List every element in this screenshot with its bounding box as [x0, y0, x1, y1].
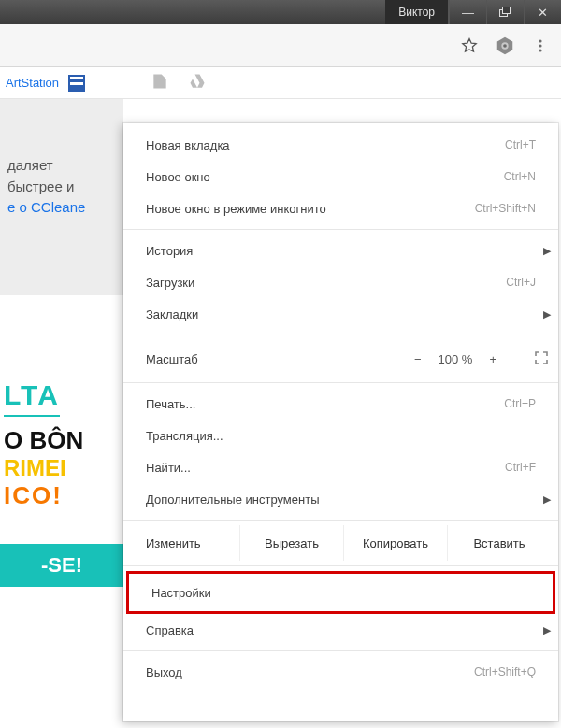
menu-more-tools[interactable]: Дополнительные инструменты ▶ — [123, 483, 558, 515]
maximize-icon — [499, 6, 511, 20]
zoom-out-button[interactable]: − — [414, 352, 422, 366]
menu-label: Дополнительные инструменты — [146, 492, 320, 507]
settings-highlight: Настройки — [126, 571, 555, 614]
menu-label: Новое окно — [146, 170, 210, 184]
menu-shortcut: Ctrl+Shift+N — [475, 202, 536, 215]
maximize-button[interactable] — [486, 0, 524, 24]
chevron-right-icon: ▶ — [543, 308, 551, 321]
menu-label: Найти... — [146, 461, 191, 475]
menu-print[interactable]: Печать... Ctrl+P — [123, 388, 558, 420]
menu-cast[interactable]: Трансляция... — [123, 420, 558, 451]
close-button[interactable]: ✕ — [524, 0, 561, 24]
svg-point-4 — [539, 39, 541, 42]
menu-shortcut: Ctrl+T — [505, 138, 536, 151]
ad-text: ICO! — [4, 481, 120, 510]
page-content-strip: даляет быстрее и е о CCleane LTA O BÔN R… — [0, 99, 123, 728]
menu-shortcut: Ctrl+P — [504, 397, 536, 410]
menu-label: Выход — [146, 665, 182, 679]
ad-text: LTA — [4, 379, 120, 411]
menu-find[interactable]: Найти... Ctrl+F — [123, 451, 558, 483]
svg-point-3 — [503, 44, 507, 48]
menu-incognito[interactable]: Новое окно в режиме инкогнито Ctrl+Shift… — [123, 193, 558, 224]
kebab-menu-icon — [533, 38, 548, 53]
menu-label: Новое окно в режиме инкогнито — [146, 202, 326, 216]
menu-padding — [123, 688, 558, 716]
svg-point-5 — [539, 44, 541, 47]
minimize-button[interactable]: — — [449, 0, 486, 24]
ad-link[interactable]: е о CCleane — [7, 197, 116, 219]
browser-toolbar — [0, 24, 561, 67]
menu-cut[interactable]: Вырезать — [239, 525, 343, 561]
chrome-main-menu: Новая вкладка Ctrl+T Новое окно Ctrl+N Н… — [123, 123, 558, 721]
menu-new-window[interactable]: Новое окно Ctrl+N — [123, 161, 558, 193]
window-titlebar: Виктор — ✕ — [0, 0, 561, 24]
menu-shortcut: Ctrl+Shift+Q — [474, 665, 536, 678]
menu-history[interactable]: История ▶ — [123, 235, 558, 266]
menu-edit-row: Изменить Вырезать Копировать Вставить — [123, 525, 558, 561]
menu-downloads[interactable]: Загрузки Ctrl+J — [123, 266, 558, 298]
ad-text: RIMEI — [4, 455, 120, 481]
menu-help[interactable]: Справка ▶ — [123, 614, 558, 646]
ad-ccleaner: даляет быстрее и е о CCleane — [0, 99, 123, 295]
ad-line: даляет — [7, 155, 116, 177]
menu-label: Закладки — [146, 307, 198, 321]
ad-divider — [4, 415, 60, 417]
zoom-in-button[interactable]: + — [489, 352, 496, 366]
menu-shortcut: Ctrl+N — [504, 170, 536, 183]
menu-paste[interactable]: Вставить — [447, 525, 551, 561]
menu-label: Справка — [146, 623, 194, 637]
svg-rect-1 — [503, 7, 511, 13]
menu-label: Загрузки — [146, 276, 194, 290]
menu-shortcut: Ctrl+J — [506, 276, 536, 289]
chevron-right-icon: ▶ — [543, 245, 551, 257]
ad-crypto: LTA O BÔN RIMEI ICO! — [0, 379, 123, 510]
bookmarks-bar: ArtStation — [0, 67, 561, 99]
ad-text: O BÔN — [4, 426, 120, 455]
menu-label: Печать... — [146, 397, 195, 411]
menu-separator — [123, 382, 558, 383]
svg-point-6 — [539, 49, 541, 51]
profile-name: Виктор — [398, 6, 435, 19]
menu-settings[interactable]: Настройки — [129, 574, 553, 611]
menu-separator — [123, 229, 558, 230]
menu-label: История — [146, 244, 193, 258]
pdf-icon[interactable] — [151, 72, 169, 93]
chevron-right-icon: ▶ — [543, 493, 551, 506]
menu-label: Новая вкладка — [146, 138, 230, 152]
menu-separator — [123, 335, 558, 335]
menu-shortcut: Ctrl+F — [505, 461, 536, 474]
menu-separator — [123, 520, 558, 521]
menu-separator — [123, 565, 558, 566]
menu-copy[interactable]: Копировать — [343, 525, 447, 561]
menu-new-tab[interactable]: Новая вкладка Ctrl+T — [123, 129, 558, 161]
ad-cta-button[interactable]: -SE! — [0, 544, 123, 587]
close-icon: ✕ — [538, 6, 548, 20]
profile-chip[interactable]: Виктор — [385, 0, 449, 24]
bookmark-artstation[interactable]: ArtStation — [6, 76, 59, 90]
menu-bookmarks[interactable]: Закладки ▶ — [123, 298, 558, 330]
extension-eye-icon[interactable] — [494, 35, 516, 57]
menu-label: Настройки — [151, 586, 211, 600]
menu-exit[interactable]: Выход Ctrl+Shift+Q — [123, 656, 558, 688]
zoom-label: Масштаб — [146, 352, 414, 366]
drive-icon[interactable] — [188, 72, 207, 93]
chevron-right-icon: ▶ — [543, 624, 551, 636]
bookmark-star-icon[interactable] — [458, 35, 481, 57]
ad-line: быстрее и — [7, 177, 116, 198]
zoom-value: 100 % — [439, 352, 473, 366]
edit-label: Изменить — [146, 536, 239, 550]
menu-button[interactable] — [529, 35, 552, 57]
menu-separator — [123, 650, 558, 651]
minimize-icon: — — [462, 6, 474, 20]
bookmark-favicon[interactable] — [68, 75, 85, 92]
menu-label: Трансляция... — [146, 429, 223, 443]
menu-zoom-row: Масштаб − 100 % + — [123, 340, 558, 378]
fullscreen-icon[interactable] — [534, 350, 549, 368]
